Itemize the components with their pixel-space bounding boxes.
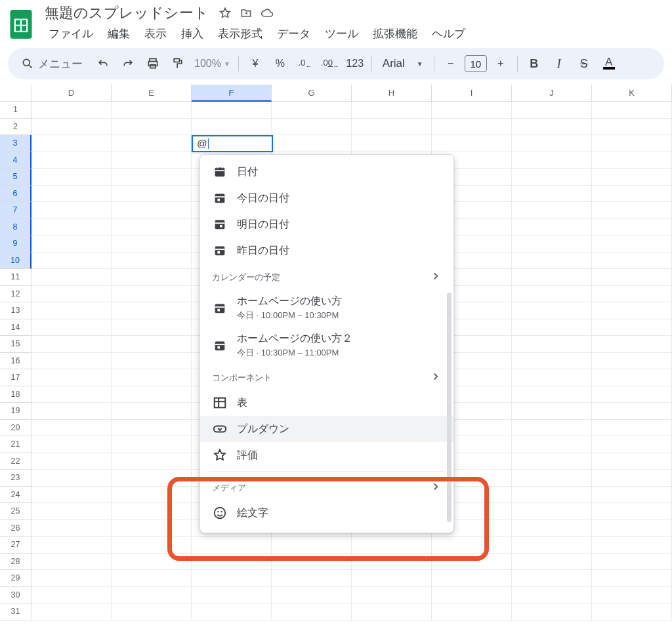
suggest-today[interactable]: 今日の日付 xyxy=(200,185,453,211)
font-size-input[interactable]: 10 xyxy=(465,55,487,72)
cell[interactable] xyxy=(32,253,112,270)
menu-view[interactable]: 表示 xyxy=(138,24,173,44)
cell[interactable] xyxy=(112,119,192,136)
cell[interactable] xyxy=(512,603,592,621)
cell[interactable] xyxy=(32,420,112,437)
cell[interactable] xyxy=(112,202,192,219)
cell[interactable] xyxy=(512,186,592,203)
scrollbar[interactable] xyxy=(447,293,452,522)
cell[interactable] xyxy=(32,453,112,470)
cell[interactable] xyxy=(112,386,192,403)
cell[interactable] xyxy=(112,470,192,487)
cell[interactable] xyxy=(32,336,112,353)
row-header[interactable]: 30 xyxy=(0,587,32,604)
zoom-select[interactable]: 100%▼ xyxy=(192,52,233,75)
menu-edit[interactable]: 編集 xyxy=(101,24,136,44)
cell[interactable] xyxy=(592,603,672,621)
cell[interactable] xyxy=(592,503,672,520)
select-all-corner[interactable] xyxy=(0,85,32,101)
row-header[interactable]: 10 xyxy=(0,253,32,270)
bold-button[interactable]: B xyxy=(523,52,545,75)
cell[interactable] xyxy=(112,537,192,554)
column-header[interactable]: E xyxy=(112,85,192,101)
cell[interactable] xyxy=(112,453,192,470)
suggest-tomorrow[interactable]: 明日の日付 xyxy=(200,211,453,237)
cell[interactable] xyxy=(112,336,192,353)
cell[interactable] xyxy=(592,169,672,186)
menu-file[interactable]: ファイル xyxy=(42,24,100,44)
cell[interactable] xyxy=(592,202,672,219)
cell[interactable] xyxy=(32,386,112,403)
cell[interactable] xyxy=(112,235,192,253)
cell[interactable] xyxy=(112,102,192,119)
cell[interactable] xyxy=(32,554,112,571)
menu-format[interactable]: 表示形式 xyxy=(211,24,269,44)
cell[interactable] xyxy=(272,135,352,152)
cell[interactable] xyxy=(352,554,432,571)
cell[interactable] xyxy=(512,269,592,286)
menu-insert[interactable]: 挿入 xyxy=(175,24,210,44)
menu-tools[interactable]: ツール xyxy=(318,24,365,44)
suggest-event-2[interactable]: ホームページの使い方２ 今日 · 10:30PM – 11:00PM xyxy=(200,327,453,364)
cell[interactable] xyxy=(112,487,192,504)
cell[interactable] xyxy=(432,570,512,587)
menu-ext[interactable]: 拡張機能 xyxy=(366,24,424,44)
cell[interactable] xyxy=(512,353,592,370)
sheets-logo[interactable] xyxy=(8,9,34,40)
menu-data[interactable]: データ xyxy=(270,24,317,44)
cell[interactable] xyxy=(112,353,192,370)
move-icon[interactable] xyxy=(239,6,253,20)
cell[interactable] xyxy=(32,319,112,336)
row-header[interactable]: 21 xyxy=(0,436,32,453)
cell[interactable] xyxy=(352,135,432,152)
cell[interactable] xyxy=(352,119,432,136)
cell[interactable] xyxy=(112,403,192,420)
cell[interactable] xyxy=(272,119,352,136)
column-header[interactable]: J xyxy=(512,85,592,101)
cell[interactable] xyxy=(352,537,432,554)
suggest-section-media[interactable]: メディア xyxy=(200,474,453,500)
row-header[interactable]: 31 xyxy=(0,603,32,621)
cell[interactable] xyxy=(112,219,192,236)
cell[interactable] xyxy=(192,119,272,136)
cell[interactable] xyxy=(112,286,192,303)
print-button[interactable] xyxy=(142,52,164,75)
cell[interactable] xyxy=(352,570,432,587)
row-header[interactable]: 25 xyxy=(0,503,32,520)
column-header[interactable]: F xyxy=(192,85,272,102)
cell[interactable] xyxy=(32,403,112,420)
spreadsheet-grid[interactable]: DEFGHIJK 1234567891011121314151617181920… xyxy=(0,85,672,621)
cell[interactable] xyxy=(512,152,592,169)
suggest-rating[interactable]: 評価 xyxy=(200,442,453,468)
row-header[interactable]: 11 xyxy=(0,269,32,286)
increase-decimal[interactable]: .00→ xyxy=(319,52,341,75)
row-header[interactable]: 3 xyxy=(0,135,32,152)
row-header[interactable]: 2 xyxy=(0,119,32,136)
cell[interactable] xyxy=(32,169,112,186)
row-header[interactable]: 16 xyxy=(0,353,32,370)
row-header[interactable]: 17 xyxy=(0,369,32,386)
cell[interactable] xyxy=(512,169,592,186)
cell[interactable] xyxy=(112,603,192,621)
cell[interactable] xyxy=(512,420,592,437)
active-cell[interactable]: @ xyxy=(192,135,273,152)
cell[interactable] xyxy=(432,135,512,152)
row-header[interactable]: 14 xyxy=(0,319,32,336)
cell[interactable] xyxy=(512,537,592,554)
cell[interactable] xyxy=(112,269,192,286)
cell[interactable] xyxy=(592,152,672,169)
cell[interactable] xyxy=(512,119,592,136)
cell[interactable] xyxy=(32,235,112,253)
cell[interactable] xyxy=(352,603,432,621)
cell[interactable] xyxy=(512,336,592,353)
cell[interactable] xyxy=(512,470,592,487)
cell[interactable] xyxy=(512,286,592,303)
star-icon[interactable] xyxy=(218,6,232,20)
cell[interactable] xyxy=(592,537,672,554)
cell[interactable] xyxy=(512,453,592,470)
row-header[interactable]: 28 xyxy=(0,554,32,571)
cell[interactable] xyxy=(512,235,592,253)
cell[interactable] xyxy=(112,152,192,169)
cell[interactable] xyxy=(512,219,592,236)
cell[interactable] xyxy=(432,537,512,554)
